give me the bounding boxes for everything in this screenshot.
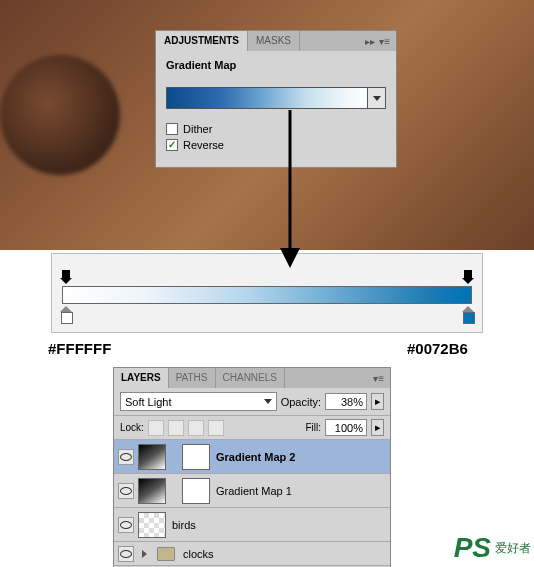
gradient-editor: [51, 253, 483, 333]
layer-name: clocks: [181, 548, 214, 560]
svg-marker-1: [280, 248, 300, 268]
blend-mode-dropdown[interactable]: Soft Light: [120, 392, 277, 411]
panel-title: Gradient Map: [166, 59, 386, 71]
opacity-stop-left[interactable]: [60, 270, 72, 284]
panel-menu-icons[interactable]: ▸▸▾≡: [365, 36, 396, 47]
checkbox-icon: [166, 123, 178, 135]
link-icon: [170, 452, 178, 462]
visibility-icon[interactable]: [118, 483, 134, 499]
hex-right-label: #0072B6: [407, 340, 468, 357]
lock-label: Lock:: [120, 422, 144, 433]
opacity-stop-right[interactable]: [462, 270, 474, 284]
lock-pixels-icon[interactable]: [168, 420, 184, 436]
watermark: PS 爱好者: [454, 532, 531, 564]
layer-name: birds: [170, 519, 196, 531]
color-stop-left[interactable]: [60, 306, 72, 322]
opacity-field[interactable]: 38%: [325, 393, 367, 410]
layer-name: Gradient Map 1: [214, 485, 292, 497]
tab-channels[interactable]: CHANNELS: [216, 368, 285, 388]
layer-thumbnail: [138, 444, 166, 470]
gradient-dropdown-arrow[interactable]: [367, 88, 385, 108]
visibility-icon[interactable]: [118, 546, 134, 562]
dither-label: Dither: [183, 123, 212, 135]
layer-gradient-map-1[interactable]: Gradient Map 1: [114, 474, 390, 508]
gradient-bar[interactable]: [62, 286, 472, 304]
blend-mode-value: Soft Light: [125, 396, 171, 408]
opacity-slider-btn[interactable]: ▸: [371, 393, 384, 410]
lock-transparency-icon[interactable]: [148, 420, 164, 436]
layers-tabs: LAYERS PATHS CHANNELS ▾≡: [114, 368, 390, 388]
fill-field[interactable]: 100%: [325, 419, 367, 436]
layer-name: Gradient Map 2: [214, 451, 295, 463]
layers-panel: LAYERS PATHS CHANNELS ▾≡ Soft Light Opac…: [113, 367, 391, 567]
watermark-ps: PS: [454, 532, 491, 564]
tab-masks[interactable]: MASKS: [248, 31, 300, 51]
annotation-arrow-icon: [275, 110, 305, 270]
link-icon: [170, 486, 178, 496]
group-clocks[interactable]: clocks: [114, 542, 390, 566]
tab-layers[interactable]: LAYERS: [114, 368, 169, 388]
visibility-icon[interactable]: [118, 517, 134, 533]
watermark-cn: 爱好者: [495, 540, 531, 557]
mask-thumbnail: [182, 478, 210, 504]
layer-gradient-map-2[interactable]: Gradient Map 2: [114, 440, 390, 474]
opacity-label: Opacity:: [281, 396, 321, 408]
reverse-label: Reverse: [183, 139, 224, 151]
lock-all-icon[interactable]: [208, 420, 224, 436]
mask-thumbnail: [182, 444, 210, 470]
fill-slider-btn[interactable]: ▸: [371, 419, 384, 436]
gradient-preview[interactable]: [167, 88, 367, 108]
folder-icon: [157, 547, 175, 561]
checkbox-checked-icon: [166, 139, 178, 151]
layers-list: Gradient Map 2 Gradient Map 1 birds cloc…: [114, 440, 390, 567]
layers-panel-menu-icon[interactable]: ▾≡: [367, 368, 390, 388]
color-stop-right[interactable]: [462, 306, 474, 322]
layer-thumbnail: [138, 478, 166, 504]
layer-birds[interactable]: birds: [114, 508, 390, 542]
tab-paths[interactable]: PATHS: [169, 368, 216, 388]
expand-arrow-icon[interactable]: [142, 550, 147, 558]
visibility-icon[interactable]: [118, 449, 134, 465]
tab-adjustments[interactable]: ADJUSTMENTS: [156, 31, 248, 51]
adjustments-tabs: ADJUSTMENTS MASKS ▸▸▾≡: [156, 31, 396, 51]
layer-thumbnail: [138, 512, 166, 538]
gradient-dropdown[interactable]: [166, 87, 386, 109]
hex-left-label: #FFFFFF: [48, 340, 111, 357]
fill-label: Fill:: [305, 422, 321, 433]
lock-position-icon[interactable]: [188, 420, 204, 436]
